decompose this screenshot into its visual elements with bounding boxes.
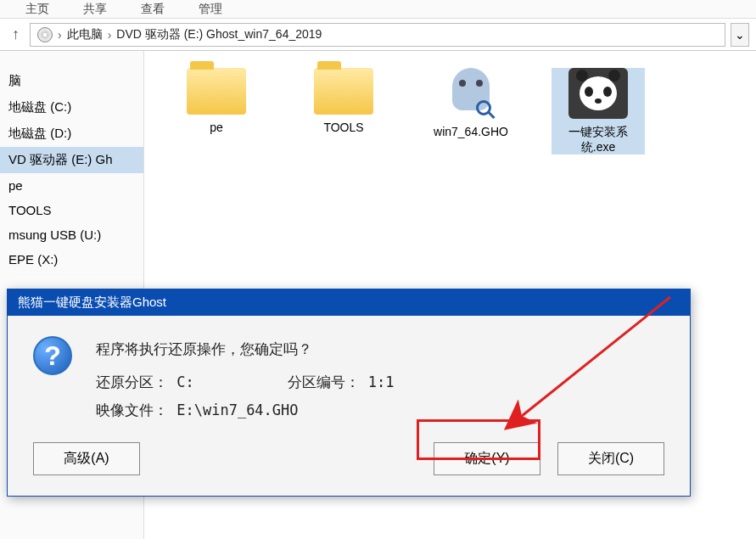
sidebar-item-disk-d[interactable]: 地磁盘 (D:) (0, 121, 143, 147)
menu-manage[interactable]: 管理 (199, 2, 222, 16)
menubar: 主页 共享 查看 管理 (0, 0, 756, 19)
close-button[interactable]: 关闭(C) (557, 442, 664, 475)
file-item-tools[interactable]: TOOLS (297, 68, 390, 135)
breadcrumb[interactable]: › 此电脑 › DVD 驱动器 (E:) Ghost_win7_64_2019 (30, 23, 725, 47)
sidebar-item-usb-u[interactable]: msung USB (U:) (0, 222, 143, 247)
chevron-down-icon: ⌄ (735, 28, 745, 42)
file-item-gho[interactable]: win7_64.GHO (424, 68, 518, 139)
chevron-right-icon: › (108, 28, 112, 42)
question-icon: ? (33, 336, 72, 375)
file-label: pe (170, 120, 263, 135)
partnum-value: 1:1 (368, 373, 395, 390)
dialog-body: ? 程序将执行还原操作，您确定吗？ 还原分区： C: 分区编号： 1:1 映像文… (8, 316, 690, 442)
gho-icon (445, 68, 496, 119)
chevron-right-icon: › (58, 28, 62, 42)
image-row: 映像文件： E:\win7_64.GHO (96, 396, 394, 424)
sidebar-item-dvd-e[interactable]: VD 驱动器 (E:) Gh (0, 147, 143, 173)
image-value: E:\win7_64.GHO (176, 401, 298, 418)
sidebar-item-tools[interactable]: TOOLS (0, 198, 143, 222)
sidebar-item-disk-c[interactable]: 地磁盘 (C:) (0, 94, 143, 121)
sidebar-item-epe-x[interactable]: EPE (X:) (0, 247, 143, 272)
advanced-button[interactable]: 高级(A) (33, 442, 140, 475)
disc-icon (37, 27, 53, 42)
menu-share[interactable]: 共享 (83, 2, 107, 16)
address-dropdown[interactable]: ⌄ (731, 23, 749, 47)
sidebar-item-pe[interactable]: pe (0, 173, 143, 198)
folder-icon (314, 68, 373, 115)
file-label: TOOLS (297, 120, 390, 135)
partnum-label: 分区编号： (288, 368, 360, 396)
file-label: 一键安装系统.exe (552, 124, 645, 154)
nav-up-icon[interactable]: ↑ (7, 25, 25, 43)
file-item-installer[interactable]: 一键安装系统.exe (552, 68, 645, 154)
ok-button[interactable]: 确定(Y) (434, 442, 540, 475)
dialog-message: 程序将执行还原操作，您确定吗？ (96, 336, 394, 363)
image-label: 映像文件： (96, 396, 168, 424)
menu-view[interactable]: 查看 (141, 2, 165, 16)
crumb-root[interactable]: 此电脑 (67, 27, 103, 42)
crumb-drive[interactable]: DVD 驱动器 (E:) Ghost_win7_64_2019 (116, 27, 322, 42)
menu-home[interactable]: 主页 (25, 2, 49, 16)
partition-label: 还原分区： (96, 368, 168, 396)
dialog-title: 熊猫一键硬盘安装器Ghost (8, 289, 690, 316)
partition-row: 还原分区： C: 分区编号： 1:1 (96, 368, 394, 396)
file-item-pe[interactable]: pe (170, 68, 263, 135)
sidebar-item-computer[interactable]: 脑 (0, 68, 143, 94)
panda-icon (568, 68, 628, 119)
confirm-dialog: 熊猫一键硬盘安装器Ghost ? 程序将执行还原操作，您确定吗？ 还原分区： C… (7, 289, 691, 497)
file-label: win7_64.GHO (424, 124, 518, 139)
dialog-buttons: 高级(A) 确定(Y) 关闭(C) (8, 442, 690, 496)
folder-icon (187, 68, 246, 115)
dialog-text: 程序将执行还原操作，您确定吗？ 还原分区： C: 分区编号： 1:1 映像文件：… (96, 336, 394, 424)
addressbar: ↑ › 此电脑 › DVD 驱动器 (E:) Ghost_win7_64_201… (0, 19, 756, 51)
partition-value: C: (176, 368, 278, 396)
